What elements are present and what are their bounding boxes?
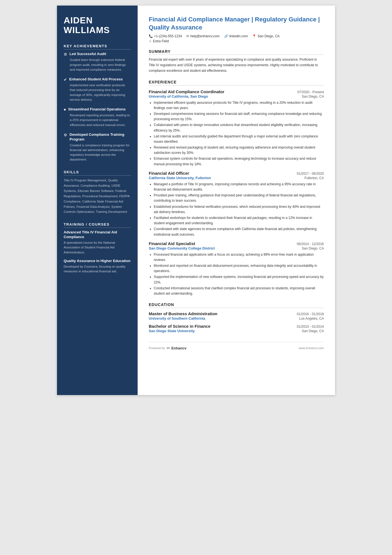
training-item: Advanced Title IV Financial Aid Complian… — [64, 230, 131, 255]
education-list: Master of Business Administration 01/201… — [149, 311, 324, 333]
training-title: Quality Assurance in Higher Education — [64, 259, 131, 263]
bullet-item: Implemented efficient quality assurance … — [154, 100, 324, 111]
linkedin-value: linkedin.com — [229, 34, 248, 38]
edu-dates: 01/2016 - 01/2018 — [297, 312, 324, 316]
exp-dates: 06/2014 - 12/2016 — [297, 242, 324, 246]
achievement-desc: Implemented new verification protocols t… — [64, 83, 131, 102]
footer-left: Powered by ∞ Enhancv — [149, 346, 187, 351]
linkedin-icon: 🔗 — [224, 34, 228, 38]
linkedin-contact: 🔗 linkedin.com — [224, 34, 248, 38]
bullet-item: Processed financial aid applications wit… — [154, 252, 324, 263]
sidebar: AIDEN WILLIAMS KEY ACHIEVEMENTS ⚙ Led Su… — [57, 6, 138, 395]
contact-row: 📞 +1-(234)-555-1234 ✉ help@enhancv.com 🔗… — [149, 34, 324, 38]
extra-field-row: ☆ Extra Field — [149, 39, 324, 43]
bullet-item: Led internal audits and successfully gui… — [154, 134, 324, 144]
training-title: Advanced Title IV Financial Aid Complian… — [64, 230, 131, 240]
exp-job-title: Financial Aid Officer — [149, 171, 189, 176]
education-section-title: EDUCATION — [149, 302, 324, 308]
exp-bullets: Managed a portfolio of Title IV programs… — [149, 182, 324, 237]
bullet-item: Reviewed and revised packaging of studen… — [154, 145, 324, 156]
experience-entry: Financial Aid Officer 01/2017 - 06/2020 … — [149, 171, 324, 237]
bullet-item: Facilitated workshops for students to un… — [154, 215, 324, 226]
email-icon: ✉ — [186, 34, 189, 38]
training-list: Advanced Title IV Financial Aid Complian… — [64, 230, 131, 274]
phone-contact: 📞 +1-(234)-555-1234 — [149, 34, 182, 38]
achievement-title: Led Successful Audit — [70, 52, 106, 56]
bullet-item: Developed comprehensive training session… — [154, 111, 324, 122]
phone-icon: 📞 — [149, 34, 153, 38]
location-icon: 📍 — [252, 34, 256, 38]
phone-value: +1-(234)-555-1234 — [154, 34, 182, 38]
achievement-item: ♥ Streamlined Financial Operations Revam… — [64, 107, 131, 127]
edu-school: San Diego State University — [149, 329, 195, 333]
experience-section-title: EXPERIENCE — [149, 80, 324, 85]
edu-degree: Master of Business Administration — [149, 311, 217, 316]
edu-location: Los Angeles, CA — [299, 317, 324, 320]
footer: Powered by ∞ Enhancv www.enhancv.com — [149, 342, 324, 351]
summary-section-title: SUMMARY — [149, 49, 324, 55]
bullet-item: Coordinated with state agencies to ensur… — [154, 226, 324, 237]
experience-list: Financial Aid Compliance Coordinator 07/… — [149, 89, 324, 297]
location-value: San Diego, CA — [257, 34, 279, 38]
achievement-item: ⚙ Developed Compliance Training Program … — [64, 132, 131, 162]
exp-location: San Diego, CA — [302, 246, 324, 250]
exp-location: Fullerton, CA — [304, 176, 324, 180]
edu-degree: Bachelor of Science in Finance — [149, 324, 210, 329]
education-entry: Master of Business Administration 01/201… — [149, 311, 324, 320]
bullet-item: Collaborated with peers to design innova… — [154, 122, 324, 133]
exp-company: University of California, San Diego — [149, 94, 208, 98]
exp-bullets: Processed financial aid applications wit… — [149, 252, 324, 297]
check-icon: ✔ — [64, 77, 67, 82]
experience-entry: Financial Aid Compliance Coordinator 07/… — [149, 89, 324, 167]
gear-icon: ⚙ — [64, 133, 67, 137]
location-contact: 📍 San Diego, CA — [252, 34, 279, 38]
bullet-item: Provided peer training, offering guidanc… — [154, 193, 324, 203]
summary-text: Financial aid expert with over 8 years o… — [149, 57, 324, 73]
achievement-desc: Guided team through extensive federal pr… — [64, 58, 131, 72]
footer-website: www.enhancv.com — [299, 346, 324, 350]
exp-company: California State University, Fullerton — [149, 176, 211, 180]
training-desc: A specialized course by the National Ass… — [64, 240, 131, 255]
experience-entry: Financial Aid Specialist 06/2014 - 12/20… — [149, 241, 324, 297]
audit-icon: ⚙ — [64, 52, 67, 56]
edu-location: San Diego, CA — [302, 329, 324, 333]
heart-icon: ♥ — [64, 107, 66, 112]
main-content: Financial Aid Compliance Manager | Regul… — [138, 6, 335, 395]
bullet-item: Conducted informational sessions that cl… — [154, 286, 324, 296]
achievement-item: ✔ Enhanced Student Aid Process Implement… — [64, 77, 131, 102]
achievement-title: Streamlined Financial Operations — [68, 107, 126, 112]
achievement-desc: Created a compliance training program fo… — [64, 143, 131, 162]
exp-company: San Diego Community College District — [149, 246, 215, 250]
training-item: Quality Assurance in Higher Education De… — [64, 259, 131, 274]
skills-section-title: SKILLS — [64, 170, 131, 176]
achievements-list: ⚙ Led Successful Audit Guided team throu… — [64, 52, 131, 162]
training-desc: Developed by Coursera, focusing on quali… — [64, 264, 131, 274]
main-job-title: Financial Aid Compliance Manager | Regul… — [149, 16, 324, 31]
training-section-title: TRAINING / COURSES — [64, 222, 131, 228]
achievement-title: Developed Compliance Training Program — [70, 132, 131, 142]
exp-dates: 07/2020 - Present — [297, 90, 324, 94]
achievement-title: Enhanced Student Aid Process — [69, 77, 123, 82]
exp-location: San Diego, CA — [302, 95, 324, 98]
edu-school: University of Southern California — [149, 316, 205, 320]
candidate-name: AIDEN WILLIAMS — [64, 16, 131, 35]
bullet-item: Established procedures for federal verif… — [154, 204, 324, 215]
extra-field-value: Extra Field — [153, 39, 169, 43]
resume-container: AIDEN WILLIAMS KEY ACHIEVEMENTS ⚙ Led Su… — [57, 6, 335, 395]
education-entry: Bachelor of Science in Finance 01/2010 -… — [149, 324, 324, 333]
exp-bullets: Implemented efficient quality assurance … — [149, 100, 324, 167]
bullet-item: Monitored and reported on financial aid … — [154, 263, 324, 274]
bullet-item: Enhanced system controls for financial a… — [154, 156, 324, 167]
achievements-section-title: KEY ACHIEVEMENTS — [64, 44, 131, 50]
email-value: help@enhancv.com — [190, 34, 219, 38]
achievement-desc: Revamped reporting processes, leading to… — [64, 113, 131, 127]
powered-by-text: Powered by — [149, 346, 165, 350]
exp-job-title: Financial Aid Compliance Coordinator — [149, 89, 224, 94]
exp-dates: 01/2017 - 06/2020 — [297, 172, 324, 176]
bullet-item: Supported the implementation of new soft… — [154, 274, 324, 285]
bullet-item: Managed a portfolio of Title IV programs… — [154, 182, 324, 192]
star-icon: ☆ — [149, 39, 152, 43]
email-contact: ✉ help@enhancv.com — [186, 34, 219, 38]
exp-job-title: Financial Aid Specialist — [149, 241, 195, 246]
skills-text: Title IV Program Management, Quality Ass… — [64, 178, 131, 215]
